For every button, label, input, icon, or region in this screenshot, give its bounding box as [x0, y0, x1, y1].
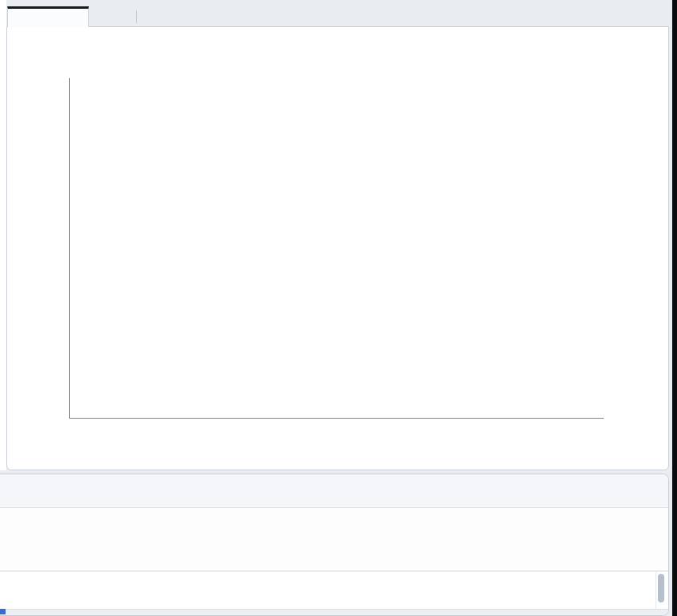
table-panel [0, 474, 669, 616]
scroll-corner [0, 609, 6, 614]
tab-details[interactable] [88, 8, 134, 26]
table-vertical-scrollbar[interactable] [656, 572, 666, 610]
window-edge [672, 0, 677, 616]
table-header [0, 508, 668, 571]
table-toolbar [0, 474, 668, 508]
tab-separator [136, 10, 137, 23]
table-rows [0, 571, 668, 610]
app-window [0, 0, 677, 616]
x-axis-line [69, 418, 604, 419]
colorbar [621, 108, 632, 414]
tab-active-chart[interactable] [7, 6, 89, 27]
left-gutter [0, 0, 6, 470]
chart-panel [6, 26, 669, 470]
y-axis-line [69, 78, 70, 419]
table-horizontal-scrollbar[interactable] [0, 609, 668, 615]
scrollbar-thumb[interactable] [658, 574, 664, 602]
heatmap-canvas[interactable] [70, 78, 603, 418]
